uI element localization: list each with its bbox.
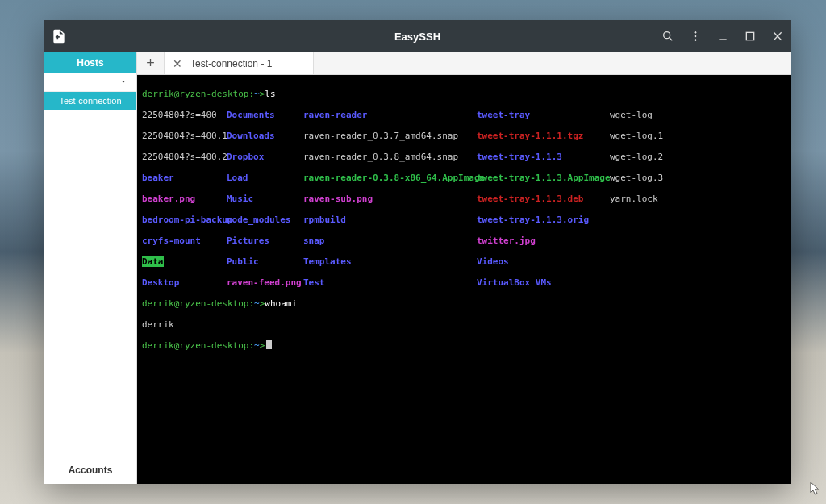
svg-point-0 bbox=[664, 32, 670, 39]
terminal-cursor bbox=[266, 340, 272, 349]
command: ls bbox=[265, 89, 275, 99]
maximize-icon[interactable] bbox=[742, 28, 758, 44]
command: whoami bbox=[265, 298, 297, 309]
svg-rect-6 bbox=[746, 32, 753, 40]
hosts-header[interactable]: Hosts bbox=[44, 52, 136, 73]
tab-close-icon[interactable]: ✕ bbox=[173, 57, 182, 70]
chevron-down-icon bbox=[119, 75, 128, 89]
easyssh-window: EasySSH Hosts bbox=[44, 20, 791, 484]
mouse-cursor-icon bbox=[810, 481, 821, 499]
new-document-icon[interactable] bbox=[51, 28, 67, 44]
svg-point-4 bbox=[695, 39, 697, 41]
group-toggle[interactable] bbox=[44, 73, 136, 92]
svg-line-1 bbox=[670, 38, 672, 40]
menu-icon[interactable] bbox=[687, 28, 703, 44]
sidebar: Hosts Test-connection Accounts bbox=[44, 52, 137, 484]
tab-new-button[interactable]: + bbox=[137, 52, 165, 74]
sidebar-item-test-connection[interactable]: Test-connection bbox=[44, 92, 136, 110]
tab-label: Test-connection - 1 bbox=[190, 58, 272, 69]
svg-point-2 bbox=[695, 31, 697, 34]
terminal[interactable]: derrik@ryzen-desktop:~> ls 22504804?s=40… bbox=[137, 75, 791, 484]
minimize-icon[interactable] bbox=[715, 28, 731, 44]
accounts-button[interactable]: Accounts bbox=[44, 456, 136, 484]
plus-icon: + bbox=[146, 55, 155, 72]
prompt: derrik@ryzen-desktop: bbox=[142, 89, 254, 99]
search-icon[interactable] bbox=[660, 28, 676, 44]
whoami-output: derrik bbox=[142, 319, 174, 330]
close-icon[interactable] bbox=[770, 28, 786, 44]
tab-test-connection-1[interactable]: ✕ Test-connection - 1 bbox=[165, 52, 314, 74]
tabbar: + ✕ Test-connection - 1 bbox=[137, 52, 791, 75]
main-pane: + ✕ Test-connection - 1 derrik@ryzen-des… bbox=[137, 52, 791, 484]
svg-point-3 bbox=[695, 35, 697, 38]
titlebar: EasySSH bbox=[44, 20, 791, 52]
